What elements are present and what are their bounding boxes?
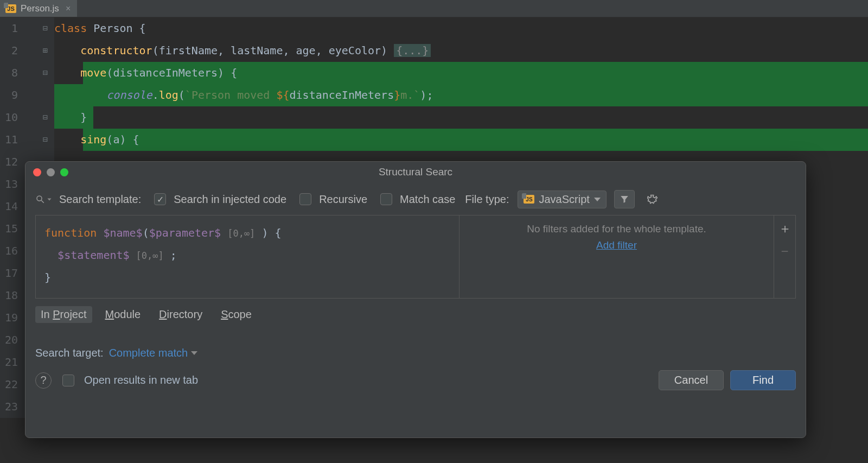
fold-marker-icon[interactable]: ⊟ [41, 24, 49, 33]
search-icon[interactable] [35, 194, 53, 204]
search-target-dropdown[interactable]: Complete match [109, 347, 198, 359]
search-target-label: Search target: [35, 347, 104, 359]
tab-filename: Person.js [21, 3, 59, 14]
cancel-button[interactable]: Cancel [659, 370, 724, 390]
window-zoom-icon[interactable] [60, 168, 68, 176]
injected-code-checkbox[interactable] [154, 193, 166, 205]
line-number-gutter: 128 91011 121314 151617 181920 212223 [0, 17, 24, 418]
chevron-down-icon [594, 198, 601, 201]
file-type-value: JavaScript [539, 193, 589, 206]
javascript-file-icon: JS [524, 195, 534, 204]
dialog-titlebar[interactable]: Structural Searc [25, 162, 806, 182]
fold-marker-icon[interactable]: ⊟ [41, 113, 49, 122]
remove-filter-button[interactable]: − [781, 244, 788, 259]
close-tab-icon[interactable]: × [63, 4, 71, 14]
recursive-checkbox[interactable] [299, 193, 311, 205]
match-case-checkbox[interactable] [380, 193, 392, 205]
filter-button[interactable] [614, 190, 635, 208]
javascript-file-icon: JS [5, 4, 16, 13]
fold-marker-icon[interactable]: ⊟ [41, 69, 49, 78]
fold-marker-icon[interactable]: ⊟ [41, 136, 49, 144]
tab-bar: JS Person.js × [0, 0, 868, 17]
scope-in-project[interactable]: In Project [35, 306, 92, 323]
scope-module[interactable]: Module [100, 306, 146, 323]
file-type-label: File type: [465, 193, 509, 206]
file-type-dropdown[interactable]: JS JavaScript [518, 191, 606, 208]
dialog-title: Structural Searc [25, 166, 806, 178]
search-template-label: Search template: [59, 193, 141, 206]
recursive-label: Recursive [319, 193, 367, 206]
scope-scope[interactable]: Scope [215, 306, 257, 323]
fold-marker-icon[interactable]: ⊞ [41, 47, 49, 55]
settings-button[interactable] [642, 190, 663, 208]
dialog-toolbar: Search template: Search in injected code… [25, 182, 806, 215]
structural-search-dialog: Structural Searc Search template: Search… [25, 161, 806, 438]
open-results-checkbox[interactable] [62, 375, 74, 386]
no-filters-text: No filters added for the whole template. [527, 223, 706, 235]
filter-panel: No filters added for the whole template.… [459, 215, 774, 298]
svg-point-0 [37, 196, 42, 201]
editor-tab[interactable]: JS Person.js × [0, 0, 77, 17]
add-filter-button[interactable]: ＋ [778, 220, 792, 237]
help-button[interactable]: ? [35, 372, 52, 389]
open-results-label: Open results in new tab [84, 374, 198, 386]
window-minimize-icon[interactable] [47, 168, 55, 176]
match-case-label: Match case [400, 193, 455, 206]
scope-selector: In Project Module Directory Scope [25, 299, 806, 331]
svg-line-1 [41, 200, 44, 203]
search-template-input[interactable]: function $name$($parameter$ [0,∞] ) { $s… [36, 215, 459, 298]
add-filter-link[interactable]: Add filter [596, 239, 637, 251]
find-button[interactable]: Find [730, 370, 796, 390]
scope-directory[interactable]: Directory [154, 306, 208, 323]
window-close-icon[interactable] [33, 168, 41, 176]
injected-code-label: Search in injected code [174, 193, 286, 206]
